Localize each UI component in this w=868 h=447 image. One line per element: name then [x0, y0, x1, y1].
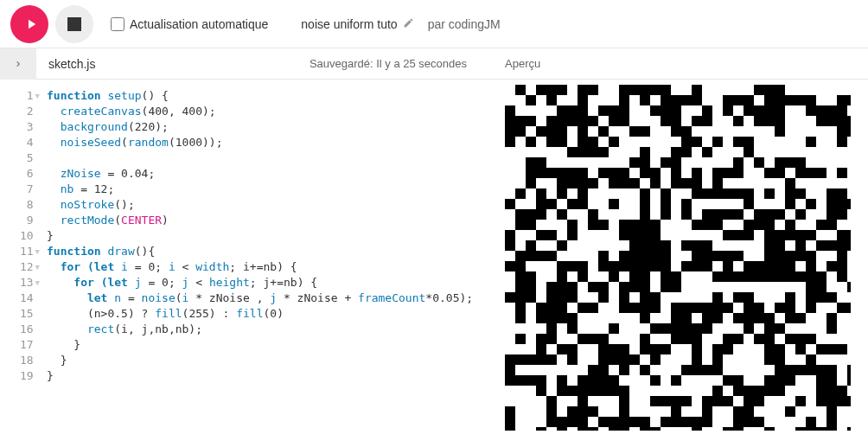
code-editor[interactable]: function setup() { createCanvas(400, 400… [47, 80, 501, 447]
filename-label: sketch.js [36, 57, 107, 71]
preview-canvas [505, 85, 851, 431]
stop-button[interactable] [55, 5, 93, 43]
stop-icon [67, 17, 81, 31]
play-button[interactable] [10, 5, 48, 43]
main-area: 1▼2▼3▼4▼5▼6▼7▼8▼9▼10▼11▼12▼13▼14▼15▼16▼1… [0, 80, 868, 447]
chevron-right-icon [13, 59, 23, 69]
sketch-title-block: noise uniform tuto par codingJM [301, 17, 500, 31]
line-number: 7▼ [0, 182, 40, 197]
toolbar: Actualisation automatique noise uniform … [0, 0, 868, 48]
line-number: 2▼ [0, 104, 40, 119]
line-number: 19▼ [0, 368, 40, 384]
author-block: par codingJM [428, 17, 501, 31]
saved-status: Sauvegardé: Il y a 25 secondes [310, 57, 467, 70]
line-number: 1▼ [0, 88, 40, 104]
line-number: 9▼ [0, 213, 40, 228]
line-number: 12▼ [0, 259, 40, 275]
line-number: 13▼ [0, 275, 40, 291]
line-number: 11▼ [0, 244, 40, 259]
auto-refresh-toggle[interactable]: Actualisation automatique [111, 17, 268, 31]
editor-pane[interactable]: 1▼2▼3▼4▼5▼6▼7▼8▼9▼10▼11▼12▼13▼14▼15▼16▼1… [0, 80, 501, 447]
line-number: 15▼ [0, 306, 40, 322]
sketch-title: noise uniform tuto [301, 17, 397, 31]
edit-title-icon[interactable] [403, 17, 414, 31]
line-number: 5▼ [0, 150, 40, 166]
line-number: 18▼ [0, 353, 40, 368]
preview-canvas-wrap [505, 85, 851, 431]
sub-toolbar: sketch.js Sauvegardé: Il y a 25 secondes… [0, 48, 868, 80]
line-gutter: 1▼2▼3▼4▼5▼6▼7▼8▼9▼10▼11▼12▼13▼14▼15▼16▼1… [0, 80, 47, 447]
line-number: 8▼ [0, 197, 40, 213]
preview-label: Aperçu [501, 57, 868, 70]
line-number: 6▼ [0, 166, 40, 182]
line-number: 14▼ [0, 291, 40, 306]
line-number: 4▼ [0, 135, 40, 150]
line-number: 17▼ [0, 337, 40, 353]
play-icon [23, 16, 39, 32]
preview-pane [501, 80, 868, 447]
expand-sidebar-button[interactable] [0, 48, 36, 80]
auto-refresh-checkbox[interactable] [111, 17, 124, 31]
line-number: 16▼ [0, 322, 40, 337]
line-number: 3▼ [0, 119, 40, 135]
line-number: 10▼ [0, 228, 40, 244]
auto-refresh-label: Actualisation automatique [130, 17, 268, 31]
